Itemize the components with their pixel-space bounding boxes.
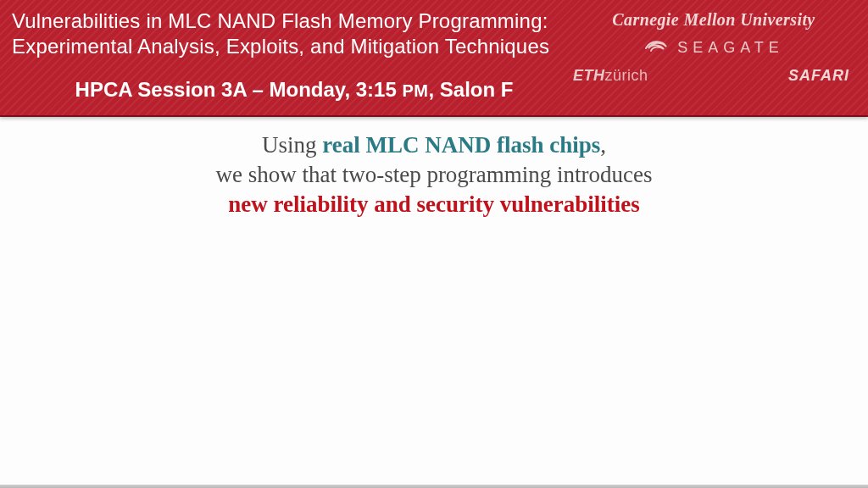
body-line-2: we show that two-step programming introd… [0, 160, 868, 190]
footer-divider [0, 485, 868, 488]
eth-bold: ETH [573, 67, 605, 84]
body-line-3: new reliability and security vulnerabili… [0, 190, 868, 219]
session-pm: PM [402, 81, 428, 100]
session-info: HPCA Session 3A – Monday, 3:15 PM, Salon… [0, 78, 588, 102]
logo-seagate-text: SEAGATE [677, 39, 784, 57]
body-l1b: real MLC NAND flash chips [322, 132, 600, 158]
logo-row-bottom: ETHzürich SAFARI [570, 67, 858, 85]
body-line-1: Using real MLC NAND flash chips, [0, 130, 868, 160]
body-l1a: Using [262, 132, 322, 158]
slide: Vulnerabilities in MLC NAND Flash Memory… [0, 0, 868, 488]
body-l1c: , [600, 132, 606, 158]
affiliations: Carnegie Mellon University SEAGATE ETHzü… [570, 5, 858, 85]
session-suffix: , Salon F [428, 78, 513, 101]
header-banner: Vulnerabilities in MLC NAND Flash Memory… [0, 0, 868, 117]
logo-seagate: SEAGATE [570, 38, 858, 57]
body-text: Using real MLC NAND flash chips, we show… [0, 130, 868, 219]
logo-cmu: Carnegie Mellon University [570, 10, 858, 30]
logo-eth: ETHzürich [573, 67, 648, 85]
seagate-swirl-icon [643, 38, 669, 57]
title-line-2: Experimental Analysis, Exploits, and Mit… [12, 34, 563, 59]
logo-safari: SAFARI [788, 67, 849, 85]
slide-title: Vulnerabilities in MLC NAND Flash Memory… [12, 8, 563, 59]
title-line-1: Vulnerabilities in MLC NAND Flash Memory… [12, 8, 563, 34]
session-prefix: HPCA Session 3A – Monday, 3:15 [75, 78, 403, 101]
eth-light: zürich [605, 67, 648, 84]
